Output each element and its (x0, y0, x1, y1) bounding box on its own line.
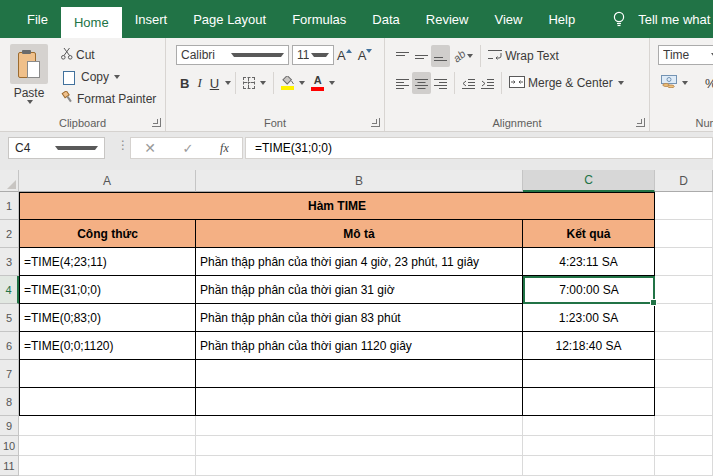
cell-b5[interactable]: Phần thập phân của thời gian 83 phút (196, 304, 523, 332)
fill-color-button[interactable] (278, 72, 308, 94)
underline-dropdown-arrow[interactable] (225, 81, 231, 85)
merge-center-button[interactable]: Merge & Center (506, 72, 627, 94)
cell-a6[interactable]: =TIME(0;0;1120) (19, 332, 196, 360)
align-left-button[interactable] (393, 72, 412, 94)
cell-a5[interactable]: =TIME(0;83;0) (19, 304, 196, 332)
middle-align-button[interactable] (412, 45, 431, 67)
row-header-4[interactable]: 4 (0, 276, 19, 304)
column-header-b[interactable]: B (196, 170, 523, 192)
tell-me-search[interactable]: Tell me what you wa (638, 12, 713, 27)
formula-bar-resize-handle[interactable]: ⋮ (117, 142, 129, 148)
cell-b11[interactable] (196, 456, 523, 476)
decrease-indent-button[interactable] (459, 72, 478, 94)
cell-b3[interactable]: Phần thập phân của thời gian 4 giờ, 23 p… (196, 248, 523, 276)
tab-review[interactable]: Review (413, 0, 482, 38)
cell-a11[interactable] (19, 456, 196, 476)
tab-insert[interactable]: Insert (122, 0, 181, 38)
borders-button[interactable] (240, 72, 269, 94)
tab-file[interactable]: File (14, 0, 61, 38)
row-header-8[interactable]: 8 (0, 388, 19, 416)
row-header-1[interactable]: 1 (0, 192, 19, 220)
cell-c9[interactable] (523, 416, 655, 436)
select-all-corner[interactable] (0, 170, 19, 192)
tab-formulas[interactable]: Formulas (279, 0, 359, 38)
cell-a2[interactable]: Công thức (19, 220, 196, 248)
cell-d1[interactable] (655, 192, 713, 220)
tab-page-layout[interactable]: Page Layout (180, 0, 279, 38)
clipboard-dialog-launcher-icon[interactable] (152, 118, 161, 127)
align-right-button[interactable] (431, 72, 450, 94)
copy-button[interactable]: Copy (58, 66, 159, 87)
align-center-button[interactable] (412, 72, 431, 94)
column-header-c[interactable]: C (523, 170, 655, 192)
cell-d3[interactable] (655, 248, 713, 276)
underline-button[interactable]: U (206, 76, 223, 91)
bottom-align-button[interactable] (431, 45, 450, 67)
borders-dropdown-arrow[interactable] (260, 81, 266, 85)
number-format-combobox[interactable]: Time (658, 45, 713, 65)
decrease-font-size-button[interactable]: A (355, 48, 376, 63)
cell-c8[interactable] (523, 388, 655, 416)
row-header-7[interactable]: 7 (0, 360, 19, 388)
cell-d10[interactable] (655, 436, 713, 456)
alignment-dialog-launcher-icon[interactable] (636, 118, 645, 127)
accounting-format-button[interactable] (658, 72, 691, 94)
insert-function-icon[interactable]: fx (220, 141, 229, 156)
font-size-combobox[interactable]: 11 (292, 45, 334, 65)
cell-b2[interactable]: Mô tả (196, 220, 523, 248)
column-header-a[interactable]: A (19, 170, 196, 192)
cell-merged-a1-c1[interactable]: Hàm TIME (19, 192, 655, 220)
name-box-dropdown-arrow[interactable] (55, 146, 99, 150)
copy-dropdown-arrow[interactable] (114, 75, 120, 79)
cell-a9[interactable] (19, 416, 196, 436)
cell-d2[interactable] (655, 220, 713, 248)
top-align-button[interactable] (393, 45, 412, 67)
cell-d9[interactable] (655, 416, 713, 436)
cell-c2[interactable]: Kết quả (523, 220, 655, 248)
accounting-dropdown-arrow[interactable] (682, 81, 688, 85)
cell-c4[interactable]: 7:00:00 SA (523, 276, 655, 304)
increase-indent-button[interactable] (478, 72, 497, 94)
tab-help[interactable]: Help (535, 0, 588, 38)
tab-view[interactable]: View (481, 0, 535, 38)
bold-button[interactable]: B (176, 76, 193, 91)
font-name-dropdown-arrow[interactable] (231, 53, 285, 57)
enter-icon[interactable]: ✓ (183, 141, 194, 156)
cell-d11[interactable] (655, 456, 713, 476)
percent-style-button[interactable]: % (705, 76, 713, 91)
format-painter-button[interactable]: Format Painter (58, 88, 159, 109)
name-box[interactable]: C4 (8, 137, 105, 159)
cell-c5[interactable]: 1:23:00 SA (523, 304, 655, 332)
cell-b9[interactable] (196, 416, 523, 436)
cell-c6[interactable]: 12:18:40 SA (523, 332, 655, 360)
cell-a7[interactable] (19, 360, 196, 388)
cancel-icon[interactable]: ✕ (144, 140, 156, 156)
cell-a3[interactable]: =TIME(4;23;11) (19, 248, 196, 276)
formula-input[interactable]: =TIME(31;0;0) (245, 137, 713, 159)
fill-color-dropdown-arrow[interactable] (299, 81, 305, 85)
cell-d7[interactable] (655, 360, 713, 388)
wrap-text-button[interactable]: Wrap Text (485, 45, 562, 67)
column-header-d[interactable]: D (655, 170, 713, 192)
cell-b6[interactable]: Phần thập phân của thời gian 1120 giây (196, 332, 523, 360)
row-header-11[interactable]: 11 (0, 456, 19, 476)
cell-b7[interactable] (196, 360, 523, 388)
cell-c3[interactable]: 4:23:11 SA (523, 248, 655, 276)
cell-b10[interactable] (196, 436, 523, 456)
cell-c7[interactable] (523, 360, 655, 388)
row-header-2[interactable]: 2 (0, 220, 19, 248)
cell-c10[interactable] (523, 436, 655, 456)
cell-b4[interactable]: Phần thập phân của thời gian 31 giờ (196, 276, 523, 304)
row-header-10[interactable]: 10 (0, 436, 19, 456)
cut-button[interactable]: Cut (58, 44, 159, 65)
cell-a4[interactable]: =TIME(31;0;0) (19, 276, 196, 304)
merge-center-dropdown-arrow[interactable] (618, 81, 624, 85)
increase-font-size-button[interactable]: A (334, 48, 355, 63)
row-header-6[interactable]: 6 (0, 332, 19, 360)
cell-d5[interactable] (655, 304, 713, 332)
font-color-button[interactable]: A (308, 72, 338, 94)
font-size-dropdown-arrow[interactable] (311, 53, 329, 57)
tab-home[interactable]: Home (61, 7, 122, 38)
cell-a10[interactable] (19, 436, 196, 456)
row-header-9[interactable]: 9 (0, 416, 19, 436)
